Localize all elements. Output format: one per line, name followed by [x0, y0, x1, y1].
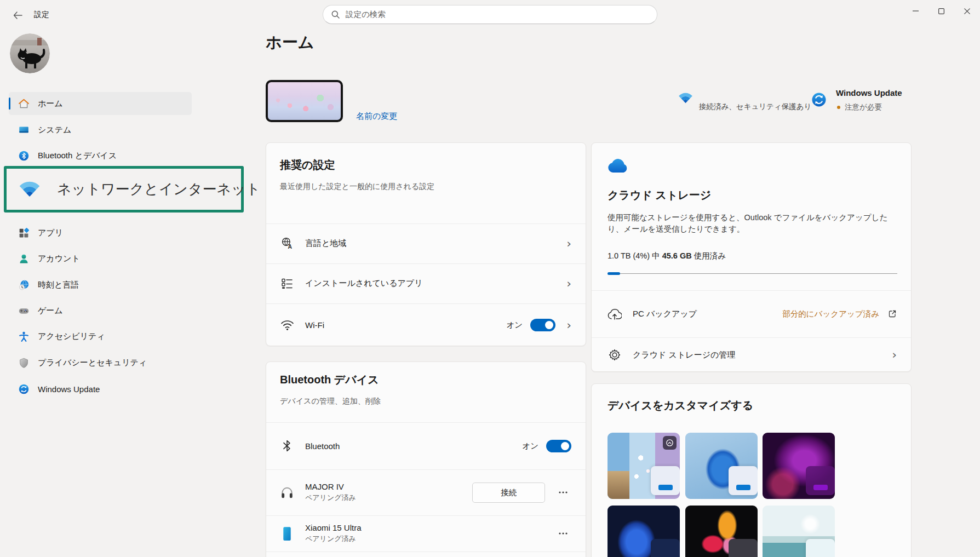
bluetooth-toggle[interactable] — [546, 440, 571, 452]
sidebar-item-privacy-security[interactable]: プライバシーとセキュリティ — [9, 351, 192, 374]
sidebar-item-label: ホーム — [38, 99, 63, 109]
sidebar-item-time-language[interactable]: 時刻と言語 — [9, 273, 192, 296]
progress-track — [608, 273, 897, 274]
language-region-icon: A — [280, 237, 294, 251]
recommended-subtitle: 最近使用した設定と一般的に使用される設定 — [280, 182, 434, 192]
avatar-cat-photo — [10, 33, 50, 73]
chevron-right-icon: › — [566, 238, 571, 250]
wifi-toggle-state: オン — [507, 320, 523, 330]
annotation-highlight-network[interactable]: ネットワークとインターネット — [4, 166, 244, 213]
theme-tile-beach-light[interactable] — [763, 506, 835, 557]
close-icon — [964, 8, 970, 14]
minimize-button[interactable] — [903, 0, 929, 22]
sidebar-item-label: システム — [38, 125, 71, 135]
row-label: PC バックアップ — [633, 309, 697, 319]
usage-prefix: 1.0 TB (4%) 中 — [608, 251, 662, 260]
personalize-title: デバイスをカスタマイズする — [608, 398, 753, 413]
theme-tile-nature-collage[interactable] — [608, 433, 680, 499]
wifi-toggle[interactable] — [530, 319, 555, 331]
search-input[interactable]: 設定の検索 — [323, 5, 657, 24]
sidebar-item-home[interactable]: ホーム — [9, 92, 192, 115]
divider — [266, 552, 586, 552]
sidebar-item-label: Windows Update — [38, 384, 100, 394]
cloud-storage-title: クラウド ストレージ — [608, 188, 711, 203]
wifi-status-icon — [678, 92, 693, 105]
search-icon — [331, 10, 340, 19]
sidebar-item-gaming[interactable]: ゲーム — [9, 299, 192, 322]
sidebar-item-label: プライバシーとセキュリティ — [38, 358, 147, 368]
recommended-settings-card: 推奨の設定 最近使用した設定と一般的に使用される設定 A 言語と地域 › インス… — [266, 142, 586, 346]
svg-text:A: A — [288, 244, 292, 250]
bluetooth-title: Bluetooth デバイス — [280, 372, 381, 387]
theme-preview-window — [806, 539, 835, 557]
row-device-xiaomi[interactable]: Xiaomi 15 Ultra ペアリング済み — [266, 515, 586, 552]
window-controls — [903, 0, 980, 22]
theme-preview-window — [729, 466, 758, 495]
theme-tile-flower-dark[interactable] — [685, 506, 758, 557]
attention-dot — [837, 106, 840, 109]
row-label: 言語と地域 — [305, 238, 346, 249]
gear-icon — [608, 348, 622, 362]
toggle-knob — [561, 442, 569, 450]
sidebar-item-accessibility[interactable]: アクセシビリティ — [9, 325, 192, 348]
sidebar-item-label: ゲーム — [38, 306, 63, 316]
sidebar-item-label: Bluetooth とデバイス — [38, 151, 117, 161]
row-installed-apps[interactable]: インストールされているアプリ › — [266, 263, 586, 303]
theme-tile-bloom-dark[interactable] — [608, 506, 680, 557]
theme-preview-window — [806, 466, 835, 495]
close-button[interactable] — [954, 0, 980, 22]
maximize-button[interactable] — [929, 0, 954, 22]
device-status: ペアリング済み — [305, 534, 362, 544]
row-bluetooth-toggle[interactable]: Bluetooth オン — [266, 422, 586, 469]
row-device-major-iv[interactable]: MAJOR IV ペアリング済み 接続 — [266, 469, 586, 515]
shield-icon — [18, 357, 30, 369]
windows-update-status-text: 注意が必要 — [845, 102, 882, 112]
row-wifi[interactable]: Wi-Fi オン › — [266, 303, 586, 347]
row-label: Bluetooth — [305, 441, 340, 451]
ellipsis-icon — [559, 491, 568, 493]
connect-button[interactable]: 接続 — [472, 483, 545, 503]
chevron-right-icon: › — [566, 319, 571, 331]
usage-suffix: 使用済み — [692, 251, 726, 260]
cloud-storage-usage: 1.0 TB (4%) 中 45.6 GB 使用済み — [608, 251, 726, 261]
sidebar-item-bluetooth-devices[interactable]: Bluetooth とデバイス — [9, 144, 192, 167]
user-avatar[interactable] — [10, 33, 50, 73]
row-label: Wi-Fi — [305, 320, 324, 330]
sidebar-item-system[interactable]: システム — [9, 118, 192, 141]
sidebar-item-apps[interactable]: アプリ — [9, 221, 192, 244]
more-options-button[interactable] — [555, 525, 571, 542]
progress-fill — [608, 272, 620, 275]
search-placeholder: 設定の検索 — [346, 9, 386, 20]
sidebar-item-label: アカウント — [38, 254, 80, 264]
theme-tile-glow-dark[interactable] — [763, 433, 835, 499]
cloud-storage-card: クラウド ストレージ 使用可能なストレージを使用すると、Outlook でファイ… — [591, 142, 912, 372]
phone-icon — [280, 526, 294, 541]
bluetooth-subtitle: デバイスの管理、追加、削除 — [280, 397, 381, 406]
bluetooth-icon — [18, 150, 30, 162]
more-options-button[interactable] — [555, 484, 571, 501]
usage-amount: 45.6 GB — [662, 251, 692, 260]
maximize-icon — [938, 8, 944, 14]
sidebar-item-windows-update[interactable]: Windows Update — [9, 377, 192, 400]
back-button[interactable] — [9, 7, 26, 24]
row-pc-backup[interactable]: PC バックアップ 部分的にバックアップ済み — [592, 290, 911, 337]
cloud-icon — [608, 158, 628, 173]
sidebar-item-accounts[interactable]: アカウント — [9, 247, 192, 270]
theme-tile-bloom-light[interactable] — [685, 433, 758, 499]
row-label: クラウド ストレージの管理 — [633, 350, 735, 360]
toggle-knob — [545, 321, 553, 329]
theme-preview-window — [651, 539, 680, 557]
apps-icon — [18, 227, 30, 239]
gaming-icon — [18, 305, 30, 317]
row-language-region[interactable]: A 言語と地域 › — [266, 223, 586, 263]
rename-device-link[interactable]: 名前の変更 — [356, 111, 397, 122]
headphones-icon — [280, 485, 294, 499]
theme-preview-window — [729, 539, 758, 557]
windows-update-status-icon — [811, 91, 827, 108]
ellipsis-icon — [559, 532, 568, 535]
titlebar: 設定 設定の検索 — [0, 0, 980, 30]
time-language-icon — [18, 279, 30, 291]
row-manage-cloud-storage[interactable]: クラウド ストレージの管理 › — [592, 337, 911, 372]
theme-preview-window — [651, 466, 680, 495]
home-icon — [18, 98, 30, 110]
